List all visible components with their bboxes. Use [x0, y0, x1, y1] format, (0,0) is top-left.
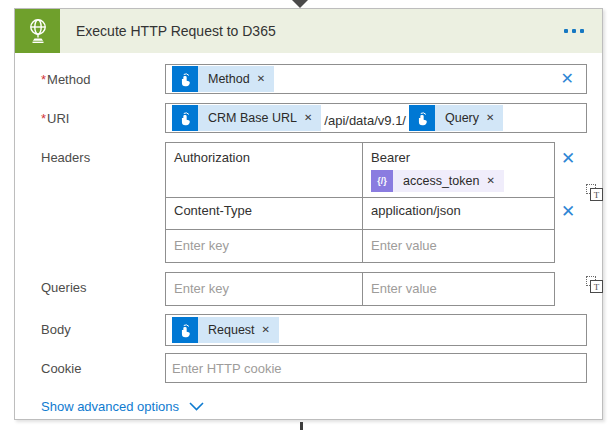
- method-token-chip[interactable]: Method✕: [172, 66, 274, 92]
- queries-row: Queries T: [41, 272, 587, 306]
- token-label: Method: [208, 72, 250, 86]
- more-menu-button[interactable]: [554, 19, 602, 43]
- uri-label: *URI: [41, 103, 165, 133]
- cookie-input[interactable]: [172, 356, 580, 380]
- body-label: Body: [41, 314, 165, 346]
- query-row-new: [166, 273, 554, 305]
- request-token-chip[interactable]: Request✕: [172, 317, 279, 343]
- remove-token-icon[interactable]: ✕: [486, 113, 494, 123]
- clear-field-icon[interactable]: ✕: [559, 69, 580, 89]
- cookie-input-box: [165, 353, 587, 383]
- switch-to-text-mode-icon[interactable]: T: [586, 276, 603, 293]
- remove-token-icon[interactable]: ✕: [304, 113, 312, 123]
- header-value-input[interactable]: [371, 233, 546, 257]
- query-token-chip[interactable]: Query✕: [409, 105, 503, 131]
- required-asterisk: *: [41, 72, 46, 87]
- header-value-cell[interactable]: application/json: [363, 198, 554, 229]
- manual-trigger-icon: [172, 317, 198, 343]
- header-key-cell: [166, 230, 363, 262]
- header-value-cell: [363, 230, 554, 262]
- token-label: Query: [445, 111, 479, 125]
- headers-rail: ✕ ✕ T: [555, 142, 587, 263]
- header-row-authorization: Authorization Bearer {/} access_token✕: [166, 143, 554, 198]
- header-key-input[interactable]: [174, 233, 354, 257]
- uri-static-text[interactable]: /api/data/v9.1/: [322, 109, 408, 128]
- flow-connector-line: [300, 422, 303, 430]
- switch-to-text-mode-icon[interactable]: T: [586, 184, 603, 201]
- header-value-cell[interactable]: Bearer {/} access_token✕: [363, 143, 554, 197]
- manual-trigger-icon: [172, 66, 198, 92]
- headers-row: Headers Authorization Bearer {/} access_…: [41, 142, 587, 263]
- http-action-card: Execute HTTP Request to D365 *Method: [14, 8, 603, 420]
- globe-icon: [25, 17, 51, 45]
- remove-token-icon[interactable]: ✕: [262, 325, 270, 335]
- uri-input[interactable]: CRM Base URL✕ /api/data/v9.1/ Query✕: [165, 103, 587, 133]
- token-label: Request: [208, 323, 255, 337]
- method-row: *Method Method✕ ✕: [41, 64, 587, 94]
- body-input[interactable]: Request✕: [165, 314, 587, 346]
- access-token-token-chip[interactable]: {/} access_token✕: [371, 170, 504, 192]
- body-row: Body Request✕: [41, 314, 587, 346]
- token-label: CRM Base URL: [208, 111, 297, 125]
- headers-label: Headers: [41, 142, 165, 263]
- show-advanced-options-label: Show advanced options: [41, 399, 179, 414]
- delete-header-row-icon[interactable]: ✕: [561, 203, 575, 220]
- header-row-new: [166, 230, 554, 262]
- headers-table: Authorization Bearer {/} access_token✕ C…: [165, 142, 555, 263]
- token-label: access_token: [403, 174, 479, 188]
- action-header[interactable]: Execute HTTP Request to D365: [15, 9, 602, 53]
- show-advanced-options-link[interactable]: Show advanced options: [41, 399, 204, 414]
- http-connector-icon: [15, 9, 60, 53]
- remove-token-icon[interactable]: ✕: [257, 74, 265, 84]
- method-label: *Method: [41, 64, 165, 94]
- query-key-input[interactable]: [174, 276, 354, 300]
- header-row-content-type: Content-Type application/json: [166, 198, 554, 230]
- action-parameters: *Method Method✕ ✕: [15, 53, 602, 414]
- ellipsis-dot: [564, 29, 568, 33]
- crm-base-url-token-chip[interactable]: CRM Base URL✕: [172, 105, 321, 131]
- queries-label: Queries: [41, 272, 165, 306]
- uri-row: *URI CRM Base URL✕ /api/data/v9.1/: [41, 103, 587, 133]
- flow-connector-arrow-icon: [292, 0, 308, 8]
- expression-icon: {/}: [371, 170, 393, 192]
- required-asterisk: *: [41, 111, 46, 126]
- header-key-cell[interactable]: Authorization: [166, 143, 363, 197]
- query-value-input[interactable]: [371, 276, 546, 300]
- ellipsis-dot: [580, 29, 584, 33]
- method-input[interactable]: Method✕ ✕: [165, 64, 587, 94]
- header-key-cell[interactable]: Content-Type: [166, 198, 363, 229]
- queries-rail: T: [555, 272, 587, 306]
- cookie-row: Cookie: [41, 353, 587, 383]
- delete-header-row-icon[interactable]: ✕: [561, 150, 575, 167]
- queries-table: [165, 272, 555, 306]
- header-value-text: Bearer: [371, 150, 546, 165]
- chevron-down-icon: [189, 402, 204, 411]
- remove-token-icon[interactable]: ✕: [486, 176, 494, 186]
- manual-trigger-icon: [409, 105, 435, 131]
- action-title: Execute HTTP Request to D365: [76, 23, 554, 39]
- cookie-label: Cookie: [41, 353, 165, 383]
- ellipsis-dot: [572, 29, 576, 33]
- manual-trigger-icon: [172, 105, 198, 131]
